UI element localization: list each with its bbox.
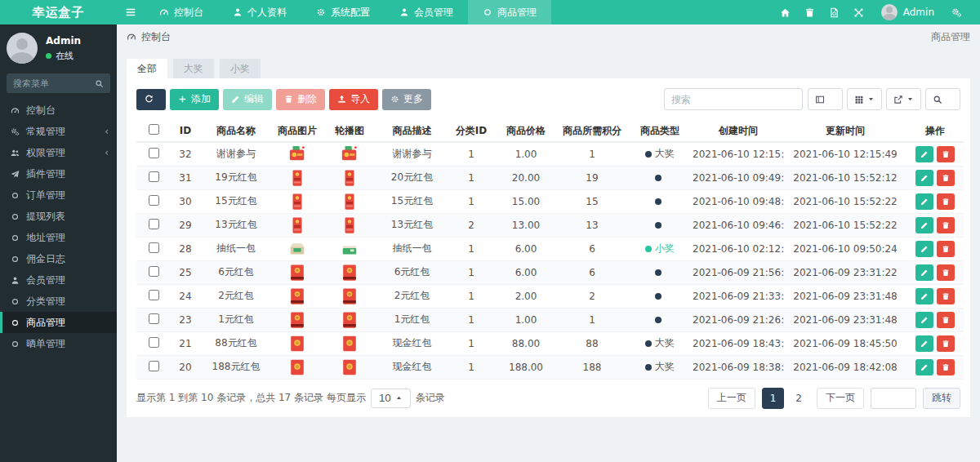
table-row[interactable]: 29 13元红包 13元红包 2 13.00 13 2021-06-10 09 bbox=[136, 213, 964, 237]
toolbar-button[interactable]: 删除 bbox=[276, 89, 325, 110]
row-delete-button[interactable] bbox=[937, 312, 955, 328]
row-checkbox[interactable] bbox=[149, 195, 159, 206]
topnav-item-label: 控制台 bbox=[174, 6, 203, 20]
select-all-checkbox[interactable] bbox=[149, 124, 159, 135]
table-view-button[interactable] bbox=[847, 88, 882, 110]
row-delete-button[interactable] bbox=[937, 170, 955, 186]
sidebar-item-label: 会员管理 bbox=[26, 273, 102, 287]
page-button[interactable]: 1 bbox=[762, 388, 785, 409]
topnav-item[interactable]: 系统配置 bbox=[301, 0, 385, 24]
user-icon bbox=[233, 7, 243, 17]
row-edit-button[interactable] bbox=[915, 288, 933, 304]
table-view-button[interactable] bbox=[808, 88, 843, 110]
table-search-input[interactable] bbox=[664, 88, 803, 110]
table-row[interactable]: 20 188元红包 现金红包 1 188.00 188 大奖 2021-06-0 bbox=[136, 355, 964, 379]
topbar-icon-button[interactable] bbox=[773, 0, 798, 24]
table-view-button[interactable] bbox=[925, 88, 960, 110]
topnav-item[interactable]: 商品管理 bbox=[468, 0, 551, 24]
cell-category-id: 1 bbox=[448, 308, 495, 331]
filter-tab[interactable]: 全部 bbox=[127, 59, 167, 78]
row-edit-button[interactable] bbox=[915, 359, 933, 375]
row-checkbox[interactable] bbox=[149, 337, 159, 348]
sidebar-item[interactable]: 常规管理 ‹ bbox=[0, 121, 117, 142]
sidebar-item[interactable]: 分类管理 bbox=[0, 291, 117, 312]
table-row[interactable]: 28 抽纸一包 抽纸一包 1 6.00 6 小奖 2021-06-10 02:1 bbox=[136, 237, 964, 260]
jump-button[interactable]: 跳转 bbox=[923, 388, 960, 409]
row-edit-button[interactable] bbox=[915, 217, 933, 233]
cell-id: 31 bbox=[171, 166, 200, 189]
topnav-item[interactable]: 个人资料 bbox=[218, 0, 301, 24]
row-checkbox[interactable] bbox=[149, 148, 159, 158]
per-page-select[interactable]: 10 bbox=[371, 389, 411, 408]
table-row[interactable]: 32 谢谢参与 谢谢参与 1 1.00 1 大奖 2021-06-10 12:1 bbox=[136, 142, 964, 166]
sidebar-item[interactable]: 订单管理 bbox=[0, 184, 117, 206]
row-edit-button[interactable] bbox=[915, 264, 933, 281]
row-delete-button[interactable] bbox=[937, 193, 955, 210]
sidebar-item[interactable]: 提现列表 bbox=[0, 206, 117, 227]
toolbar-button[interactable]: 编辑 bbox=[223, 89, 272, 110]
table-view-button[interactable] bbox=[886, 88, 921, 110]
sidebar-item[interactable]: 插件管理 bbox=[0, 163, 117, 184]
toolbar-button[interactable] bbox=[136, 89, 166, 110]
row-delete-button[interactable] bbox=[937, 335, 955, 352]
page-button[interactable]: 2 bbox=[787, 388, 810, 409]
cell-price: 88.00 bbox=[495, 331, 557, 355]
topbar-icon-button[interactable] bbox=[822, 0, 847, 24]
row-edit-button[interactable] bbox=[915, 312, 933, 328]
table-row[interactable]: 23 1元红包 1元红包 1 1.00 1 2021-06-09 21:26: bbox=[136, 308, 964, 331]
row-delete-button[interactable] bbox=[937, 241, 955, 257]
row-delete-button[interactable] bbox=[937, 146, 955, 162]
filter-tab[interactable]: 小奖 bbox=[220, 59, 261, 78]
cell-updated-time: 2021-06-10 15:52:12 bbox=[784, 166, 906, 189]
row-delete-button[interactable] bbox=[937, 288, 955, 304]
row-checkbox[interactable] bbox=[149, 219, 159, 229]
giftbox-icon bbox=[288, 144, 306, 164]
table-row[interactable]: 25 6元红包 6元红包 1 6.00 6 2021-06-09 21:56: bbox=[136, 260, 964, 284]
topbar-icon-button[interactable] bbox=[798, 0, 822, 24]
prev-page-button[interactable]: 上一页 bbox=[708, 388, 755, 409]
row-edit-button[interactable] bbox=[915, 170, 933, 186]
search-icon[interactable] bbox=[95, 79, 104, 88]
next-page-button[interactable]: 下一页 bbox=[817, 388, 864, 409]
topbar-icon-button[interactable] bbox=[847, 0, 871, 24]
breadcrumb-left[interactable]: 控制台 bbox=[141, 30, 171, 44]
filter-tab[interactable]: 大奖 bbox=[173, 59, 214, 78]
sidebar-item[interactable]: 权限管理 ‹ bbox=[0, 142, 117, 163]
row-edit-button[interactable] bbox=[915, 335, 933, 352]
sidebar-item[interactable]: 晒单管理 bbox=[0, 333, 117, 354]
row-edit-button[interactable] bbox=[915, 241, 933, 257]
table-row[interactable]: 24 2元红包 2元红包 1 2.00 2 2021-06-09 21:33: bbox=[136, 284, 964, 308]
toolbar-button[interactable]: 更多 bbox=[382, 89, 431, 110]
sidebar-search-input[interactable] bbox=[13, 78, 95, 89]
users-icon bbox=[11, 149, 20, 158]
row-edit-button[interactable] bbox=[915, 146, 933, 162]
row-checkbox[interactable] bbox=[149, 361, 159, 371]
user-menu[interactable]: Admin bbox=[875, 4, 941, 20]
row-checkbox[interactable] bbox=[149, 266, 159, 277]
topnav-item[interactable]: 会员管理 bbox=[385, 0, 468, 24]
row-checkbox[interactable] bbox=[149, 313, 159, 324]
topnav-item[interactable]: 控制台 bbox=[145, 0, 218, 24]
sidebar-toggle-button[interactable] bbox=[117, 0, 145, 24]
sidebar-item[interactable]: 商品管理 bbox=[0, 312, 117, 333]
settings-button[interactable] bbox=[944, 0, 969, 24]
sidebar-item[interactable]: 控制台 bbox=[0, 100, 117, 121]
sidebar-item[interactable]: 佣金日志 bbox=[0, 248, 117, 269]
sidebar-item[interactable]: 地址管理 bbox=[0, 227, 117, 248]
cell-price: 6.00 bbox=[495, 237, 557, 260]
row-checkbox[interactable] bbox=[149, 242, 159, 253]
row-delete-button[interactable] bbox=[937, 217, 955, 233]
table-row[interactable]: 31 19元红包 20元红包 1 20.00 19 2021-06-10 09 bbox=[136, 166, 964, 189]
row-delete-button[interactable] bbox=[937, 359, 955, 375]
table-row[interactable]: 21 88元红包 现金红包 1 88.00 88 大奖 2021-06-09 1 bbox=[136, 331, 964, 355]
toolbar-button[interactable]: 添加 bbox=[170, 89, 219, 110]
sidebar-item[interactable]: 会员管理 bbox=[0, 269, 117, 291]
circle-icon bbox=[11, 212, 20, 221]
jump-page-input[interactable] bbox=[871, 388, 916, 409]
row-checkbox[interactable] bbox=[149, 171, 159, 182]
row-edit-button[interactable] bbox=[915, 193, 933, 210]
table-row[interactable]: 30 15元红包 15元红包 1 15.00 15 2021-06-10 09 bbox=[136, 189, 964, 213]
row-delete-button[interactable] bbox=[937, 264, 955, 281]
row-checkbox[interactable] bbox=[149, 290, 159, 300]
toolbar-button[interactable]: 导入 bbox=[329, 89, 378, 110]
